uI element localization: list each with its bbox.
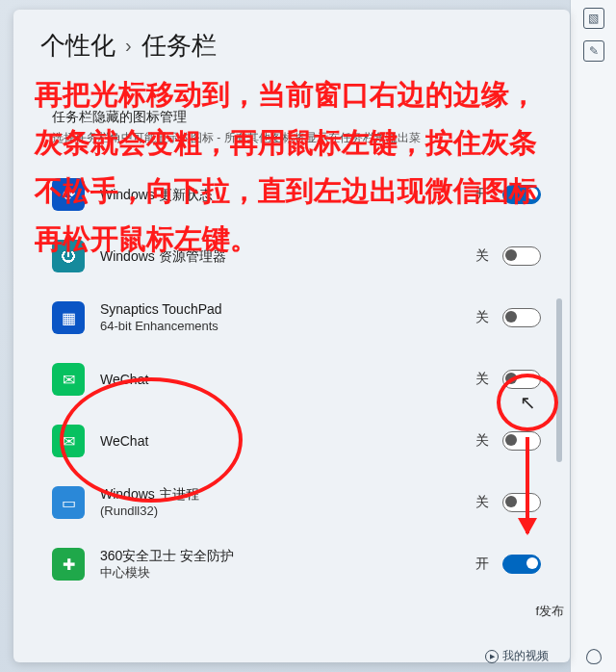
taskbar-icon-list: ⟳ Windows 更新状态 开 ⏻ Windows 资源管理器 关 ▦ Syn… — [13, 164, 570, 595]
rundll-icon: ▭ — [52, 486, 85, 519]
app-label: Windows 资源管理器 — [100, 247, 472, 265]
scrollbar-thumb[interactable] — [556, 298, 562, 462]
app-label: Synaptics TouchPad 64-bit Enhancements — [100, 300, 472, 334]
toggle-switch[interactable] — [502, 370, 541, 389]
toggle-state: 关 — [472, 494, 489, 511]
chevron-up-icon[interactable]: ˄ — [519, 131, 531, 146]
breadcrumb[interactable]: 个性化 › 任务栏 — [13, 10, 570, 72]
toggle-switch[interactable] — [502, 185, 541, 204]
toggle-state: 开 — [472, 556, 489, 573]
toggle-switch[interactable] — [502, 246, 541, 266]
breadcrumb-parent[interactable]: 个性化 — [40, 29, 116, 63]
list-item: ⏻ Windows 资源管理器 关 — [52, 225, 541, 287]
section-title: 任务栏隐藏的图标管理 — [13, 72, 570, 128]
section-subtitle-text: 选择任务栏角中可能显示的图标 - 所有其他图标将显示在任务栏角溢出菜 — [52, 130, 421, 146]
toggle-state: 关 — [472, 371, 489, 388]
list-item: ▦ Synaptics TouchPad 64-bit Enhancements… — [52, 287, 541, 349]
app-label: Windows 更新状态 — [100, 186, 472, 203]
section-subtitle: 选择任务栏角中可能显示的图标 - 所有其他图标将显示在任务栏角溢出菜 ˄ — [13, 128, 570, 146]
underlay-video-label: 我的视频 — [502, 648, 549, 664]
app-label: Windows 主进程 (Rundll32) — [100, 485, 472, 519]
underlay-video-link[interactable]: ▶ 我的视频 — [485, 648, 549, 664]
link-icon[interactable]: ✎ — [583, 40, 604, 62]
underlay-publish-text: f发布 — [535, 603, 564, 620]
app-label: WeChat — [100, 371, 472, 388]
image-icon[interactable]: ▧ — [583, 8, 604, 29]
breadcrumb-current: 任务栏 — [141, 29, 217, 63]
toggle-state: 关 — [472, 432, 489, 450]
list-item: ✚ 360安全卫士 安全防护 中心模块 开 — [52, 533, 541, 595]
wechat-icon: ✉ — [52, 363, 85, 396]
chevron-right-icon: › — [125, 35, 132, 57]
shield-icon — [586, 649, 602, 664]
list-item-wechat: ✉ WeChat 关 — [52, 349, 541, 410]
list-item: ⟳ Windows 更新状态 开 — [52, 164, 541, 225]
touchpad-icon: ▦ — [52, 301, 85, 334]
toggle-switch[interactable] — [502, 555, 541, 574]
settings-panel: 个性化 › 任务栏 任务栏隐藏的图标管理 选择任务栏角中可能显示的图标 - 所有… — [13, 10, 570, 662]
360-icon: ✚ — [52, 548, 85, 581]
toggle-switch[interactable] — [502, 431, 541, 451]
list-item-wechat: ✉ WeChat 关 — [52, 410, 541, 472]
power-icon: ⏻ — [52, 240, 85, 272]
play-icon: ▶ — [485, 650, 499, 663]
app-label: WeChat — [100, 432, 472, 450]
secondary-window-strip: ▧ ✎ — [570, 0, 616, 672]
app-label: 360安全卫士 安全防护 中心模块 — [100, 547, 472, 581]
toggle-state: 开 — [472, 186, 489, 203]
toggle-switch[interactable] — [502, 308, 541, 327]
toggle-state: 关 — [472, 309, 489, 326]
windows-update-icon: ⟳ — [52, 178, 85, 211]
toggle-switch[interactable] — [502, 493, 541, 512]
toggle-state: 关 — [472, 247, 489, 265]
list-item: ▭ Windows 主进程 (Rundll32) 关 — [52, 472, 541, 533]
wechat-icon: ✉ — [52, 425, 85, 457]
